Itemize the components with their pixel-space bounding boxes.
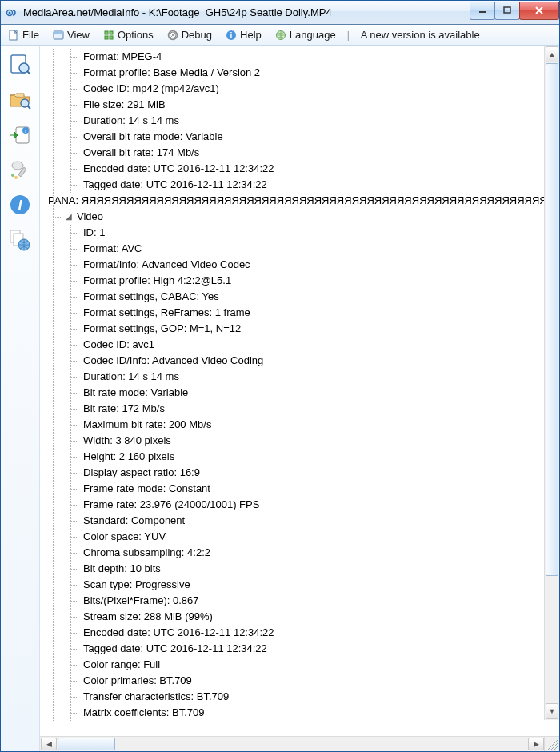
- tree-leaf[interactable]: Bit rate mode: Variable: [46, 385, 543, 401]
- tree-leaf[interactable]: Frame rate: 23.976 (24000/1001) FPS: [46, 497, 543, 513]
- tree-section-video[interactable]: ◢Video: [46, 209, 543, 225]
- menu-options[interactable]: Options: [99, 27, 157, 43]
- options-icon: [102, 29, 115, 42]
- tree-leaf[interactable]: Encoded date: UTC 2016-12-11 12:34:22: [46, 625, 543, 641]
- collapse-icon[interactable]: ◢: [62, 210, 75, 223]
- scroll-thumb[interactable]: [546, 63, 558, 576]
- sidebar-file-open[interactable]: [6, 50, 34, 78]
- menu-view[interactable]: View: [49, 27, 93, 43]
- menu-debug[interactable]: Debug: [163, 27, 215, 43]
- svg-rect-2: [479, 11, 486, 13]
- view-icon: [52, 29, 65, 42]
- app-window: MediaArea.net/MediaInfo - K:\Footage_GH5…: [0, 0, 560, 752]
- tree-leaf[interactable]: Duration: 14 s 14 ms: [46, 113, 543, 129]
- tree-leaf[interactable]: Bit rate: 172 Mb/s: [46, 401, 543, 417]
- scroll-track-h[interactable]: [58, 737, 527, 751]
- svg-point-1: [9, 11, 11, 14]
- debug-icon: [166, 29, 179, 42]
- tree-leaf[interactable]: Tagged date: UTC 2016-12-11 12:34:22: [46, 641, 543, 657]
- tree-leaf[interactable]: Stream size: 288 MiB (99%): [46, 609, 543, 625]
- scroll-track[interactable]: [545, 63, 559, 702]
- tree-leaf[interactable]: Color range: Full: [46, 657, 543, 673]
- tree-leaf[interactable]: Codec ID: mp42 (mp42/avc1): [46, 81, 543, 97]
- tree-leaf[interactable]: Bits/(Pixel*Frame): 0.867: [46, 593, 543, 609]
- svg-point-22: [12, 162, 23, 170]
- info-tree: Format: MPEG-4Format profile: Base Media…: [40, 46, 559, 736]
- vertical-scrollbar[interactable]: ▲ ▼: [544, 46, 559, 720]
- tree-leaf[interactable]: Overall bit rate: 174 Mb/s: [46, 145, 543, 161]
- tree-leaf[interactable]: Color space: YUV: [46, 529, 543, 545]
- horizontal-scrollbar[interactable]: ◀ ▶: [40, 736, 559, 751]
- tree-leaf[interactable]: Maximum bit rate: 200 Mb/s: [46, 417, 543, 433]
- svg-text:i: i: [230, 31, 233, 40]
- tree-leaf[interactable]: Format profile: Base Media / Version 2: [46, 65, 543, 81]
- globe-icon: [274, 29, 287, 42]
- titlebar[interactable]: MediaArea.net/MediaInfo - K:\Footage_GH5…: [1, 1, 559, 25]
- maximize-button[interactable]: [494, 2, 520, 20]
- tree-leaf[interactable]: Scan type: Progressive: [46, 577, 543, 593]
- tree-leaf[interactable]: Transfer characteristics: BT.709: [46, 689, 543, 705]
- tree-leaf[interactable]: Format/Info: Advanced Video Codec: [46, 257, 543, 273]
- menu-language[interactable]: Language: [271, 27, 339, 43]
- tree-leaf[interactable]: Format settings, CABAC: Yes: [46, 289, 543, 305]
- svg-rect-3: [504, 7, 510, 13]
- tree-leaf[interactable]: Frame rate mode: Constant: [46, 481, 543, 497]
- menubar: File View Options Debug i Help Language …: [1, 25, 559, 46]
- svg-rect-9: [105, 36, 108, 39]
- scroll-right-arrow[interactable]: ▶: [528, 738, 544, 750]
- menu-file[interactable]: File: [4, 27, 42, 43]
- tree-leaf[interactable]: Tagged date: UTC 2016-12-11 12:34:22: [46, 177, 543, 193]
- tree-leaf[interactable]: Bit depth: 10 bits: [46, 561, 543, 577]
- sidebar-export[interactable]: i: [6, 121, 34, 148]
- svg-point-25: [14, 176, 18, 179]
- tree-leaf[interactable]: Color primaries: BT.709: [46, 673, 543, 689]
- scroll-thumb-h[interactable]: [58, 738, 115, 750]
- tree-leaf[interactable]: Width: 3 840 pixels: [46, 433, 543, 449]
- svg-rect-6: [54, 31, 63, 34]
- tree-leaf[interactable]: Overall bit rate mode: Variable: [46, 129, 543, 145]
- tree-leaf[interactable]: File size: 291 MiB: [46, 97, 543, 113]
- tree-leaf[interactable]: Chroma subsampling: 4:2:2: [46, 545, 543, 561]
- tree-leaf[interactable]: Format settings, GOP: M=1, N=12: [46, 321, 543, 337]
- sidebar-folder-open[interactable]: [6, 86, 34, 113]
- svg-rect-10: [110, 36, 113, 39]
- tree-leaf[interactable]: Format: MPEG-4: [46, 49, 543, 65]
- svg-rect-8: [110, 31, 113, 34]
- sidebar-web[interactable]: [6, 226, 34, 254]
- sidebar: i i: [1, 46, 40, 751]
- tree-leaf[interactable]: Standard: Component: [46, 513, 543, 529]
- window-title: MediaArea.net/MediaInfo - K:\Footage_GH5…: [23, 6, 470, 18]
- tree-leaf[interactable]: ID: 1: [46, 225, 543, 241]
- tree-leaf[interactable]: Codec ID: avc1: [46, 337, 543, 353]
- scroll-down-arrow[interactable]: ▼: [546, 703, 558, 719]
- tree-leaf[interactable]: Codec ID/Info: Advanced Video Coding: [46, 353, 543, 369]
- close-button[interactable]: [519, 2, 559, 20]
- svg-rect-7: [105, 31, 108, 34]
- tree-leaf[interactable]: PANA: ЯЯЯЯЯЯЯЯЯЯЯЯЯЯЯЯЯЯЯЯЯЯЯЯЯЯЯЯЯЯЯЯЯЯ…: [46, 193, 543, 209]
- minimize-button[interactable]: [470, 2, 495, 20]
- tree-leaf[interactable]: Matrix coefficients: BT.709: [46, 705, 543, 721]
- tree-leaf[interactable]: Height: 2 160 pixels: [46, 449, 543, 465]
- tree-leaf[interactable]: Format: AVC: [46, 241, 543, 257]
- new-version-notice[interactable]: A new version is available: [358, 27, 483, 42]
- menu-help[interactable]: i Help: [222, 27, 265, 43]
- scroll-up-arrow[interactable]: ▲: [546, 46, 558, 62]
- sidebar-settings[interactable]: [6, 156, 34, 183]
- tree-leaf[interactable]: Format settings, ReFrames: 1 frame: [46, 305, 543, 321]
- help-icon: i: [225, 29, 238, 42]
- svg-point-24: [11, 174, 14, 177]
- scroll-left-arrow[interactable]: ◀: [41, 738, 57, 750]
- tree-leaf[interactable]: Duration: 14 s 14 ms: [46, 369, 543, 385]
- tree-leaf[interactable]: Display aspect ratio: 16:9: [46, 465, 543, 481]
- file-icon: [7, 29, 20, 42]
- resize-grip[interactable]: [544, 736, 559, 751]
- sidebar-about[interactable]: i: [6, 191, 34, 218]
- tree-leaf[interactable]: Format profile: High 4:2:2@L5.1: [46, 273, 543, 289]
- app-icon: [6, 6, 18, 19]
- tree-leaf[interactable]: Encoded date: UTC 2016-12-11 12:34:22: [46, 161, 543, 177]
